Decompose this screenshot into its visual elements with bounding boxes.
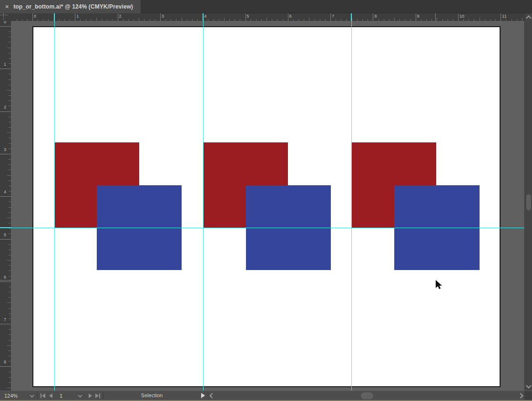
ruler-tick [7,388,11,388]
ruler-label: 2 [0,105,10,110]
close-tab-icon[interactable]: ✕ [5,4,9,10]
guide-marker [203,13,204,21]
guide-marker [351,13,352,21]
ruler-tick [7,90,11,90]
ruler-origin-corner[interactable] [0,13,11,21]
ruler-tick [416,13,416,21]
ruler-tick [7,48,11,48]
ruler-tick [7,175,11,176]
horizontal-ruler[interactable]: 01234567891011 [11,13,524,21]
document-tab[interactable]: ✕ top_or_bottom.ai* @ 124% (CMYK/Preview… [0,0,141,13]
scroll-up-button[interactable] [525,15,532,21]
next-artboard-button[interactable] [86,391,94,400]
chevron-down-icon [78,393,82,397]
guide-marker [54,13,55,21]
ruler-tick [182,18,182,21]
canvas-area[interactable] [11,21,524,391]
ruler-label: 4 [0,190,10,194]
ruler-tick [309,18,309,21]
ruler-tick [160,13,161,21]
ruler-tick [522,18,522,21]
pointer-position-indicator [435,13,436,21]
ruler-tick [7,132,11,133]
document-tab-bar: ✕ top_or_bottom.ai* @ 124% (CMYK/Preview… [0,0,532,13]
scroll-right-button[interactable] [517,391,524,400]
ruler-label: 0 [34,14,36,19]
ruler-tick [373,13,373,21]
scrollbar-corner [524,391,532,400]
next-artboard-icon [88,393,92,398]
ruler-tick [458,13,459,21]
ruler-tick [7,345,11,346]
ruler-tick [480,18,480,21]
ruler-label: 1 [0,62,10,67]
ruler-label: 8 [374,14,377,19]
ruler-tick [75,13,75,21]
ruler-tick [0,324,11,324]
first-artboard-button[interactable] [39,391,47,400]
separator [37,391,38,400]
ruler-tick [0,111,11,112]
ruler-label: 6 [289,14,292,19]
status-bar: 124% 1 Selectio [0,391,532,400]
ruler-tick [0,196,11,197]
ruler-tick [288,13,288,21]
status-flyout-button[interactable] [201,393,205,398]
ruler-tick [437,18,437,21]
ruler-tick [7,218,11,218]
ruler-tick [96,18,97,21]
vertical-scrollbar-thumb[interactable] [526,194,531,211]
last-artboard-icon [95,393,101,398]
ruler-tick [0,239,11,240]
illustrator-document-window: ✕ top_or_bottom.ai* @ 124% (CMYK/Preview… [0,0,532,401]
artboard-number-field[interactable]: 1 [56,391,85,400]
horizontal-scrollbar[interactable] [208,391,524,400]
ruler-label: 6 [0,275,10,280]
chevron-left-icon [209,393,215,398]
first-artboard-icon [40,393,46,398]
scroll-down-button[interactable] [525,382,532,389]
ruler-tick [118,13,118,21]
ruler-tick [0,366,11,367]
ruler-label: 7 [332,14,334,19]
horizontal-scrollbar-thumb[interactable] [361,392,373,399]
scroll-left-button[interactable] [208,391,216,400]
vertical-guide[interactable] [203,21,204,391]
horizontal-guide[interactable] [11,228,524,228]
ruler-label: 8 [0,360,10,364]
ruler-tick [0,154,11,154]
flyout-arrow-icon [201,393,205,398]
ruler-tick [266,18,267,21]
artboard-number-value: 1 [56,393,79,399]
pointer-position-indicator [0,280,11,281]
vertical-guide[interactable] [351,21,352,391]
chevron-right-icon [518,393,523,398]
ruler-label: 5 [0,233,10,237]
last-artboard-button[interactable] [94,391,102,400]
ruler-tick [0,281,11,282]
ruler-tick [7,302,11,303]
ruler-label: 0 [0,21,10,24]
zoom-level-field[interactable]: 124% [0,391,37,400]
ruler-label: 11 [502,14,506,19]
ruler-tick [139,18,139,21]
ruler-tick [246,13,246,21]
vertical-guide[interactable] [54,21,55,391]
ruler-tick [0,26,11,27]
vertical-ruler[interactable]: 012345678 [0,21,11,391]
previous-artboard-button[interactable] [47,391,54,400]
vertical-scrollbar[interactable] [524,13,532,391]
ruler-label: 9 [417,14,419,19]
ruler-label: 3 [162,14,164,19]
mouse-cursor-arrow [435,280,442,290]
ruler-label: 2 [119,14,122,19]
ruler-origin-icon [0,15,8,15]
guide-marker [0,227,11,228]
ruler-label: 7 [0,318,10,322]
ruler-tick [394,18,395,21]
previous-artboard-icon [49,393,53,398]
chevron-down-icon [526,383,531,388]
ruler-tick [224,18,225,21]
ruler-tick [7,260,11,261]
tool-status-label: Selection [103,391,200,400]
